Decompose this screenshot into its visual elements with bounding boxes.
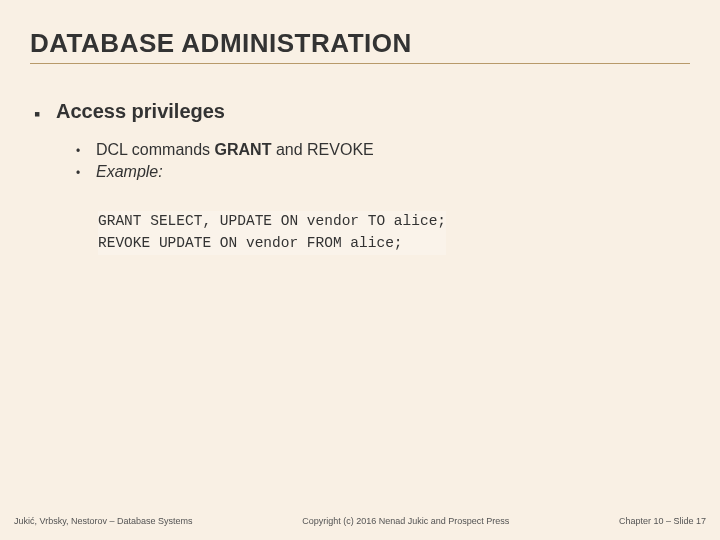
sub-bullet-list: • DCL commands GRANT and REVOKE • Exampl… bbox=[34, 135, 686, 181]
dot-bullet-icon: • bbox=[76, 144, 96, 158]
bullet-text-italic: Example: bbox=[96, 163, 163, 181]
slide: DATABASE ADMINISTRATION ▪ Access privile… bbox=[0, 0, 720, 540]
bullet-level-1: ▪ Access privileges bbox=[34, 100, 686, 123]
square-bullet-icon: ▪ bbox=[34, 105, 56, 123]
slide-body: ▪ Access privileges • DCL commands GRANT… bbox=[30, 64, 690, 255]
bullet-level-2: • Example: bbox=[76, 163, 686, 181]
code-line: GRANT SELECT, UPDATE ON vendor TO alice; bbox=[98, 211, 446, 233]
bullet-text: Access privileges bbox=[56, 100, 225, 123]
footer-slide-number: Chapter 10 – Slide 17 bbox=[619, 516, 706, 526]
footer-copyright: Copyright (c) 2016 Nenad Jukic and Prosp… bbox=[193, 516, 619, 526]
text-fragment: DCL commands bbox=[96, 141, 215, 158]
dot-bullet-icon: • bbox=[76, 166, 96, 180]
bullet-text: DCL commands GRANT and REVOKE bbox=[96, 141, 374, 159]
slide-footer: Jukić, Vrbsky, Nestorov – Database Syste… bbox=[0, 516, 720, 526]
text-fragment: and REVOKE bbox=[271, 141, 373, 158]
code-block: GRANT SELECT, UPDATE ON vendor TO alice;… bbox=[98, 211, 446, 255]
code-line: REVOKE UPDATE ON vendor FROM alice; bbox=[98, 233, 446, 255]
text-strong: GRANT bbox=[215, 141, 272, 158]
bullet-level-2: • DCL commands GRANT and REVOKE bbox=[76, 141, 686, 159]
slide-title: DATABASE ADMINISTRATION bbox=[30, 28, 690, 64]
content-area: DATABASE ADMINISTRATION ▪ Access privile… bbox=[0, 0, 720, 255]
footer-authors: Jukić, Vrbsky, Nestorov – Database Syste… bbox=[14, 516, 193, 526]
